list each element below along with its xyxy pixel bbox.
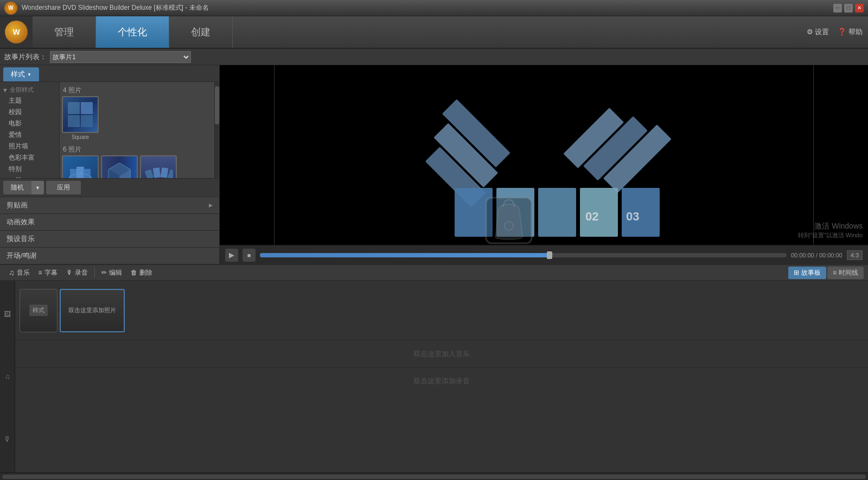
win-activate-text: 激活 Windows 转到"设置"以激活 Windo xyxy=(798,222,863,239)
timeline-area: 🖼 ♫ 🎙 样式 双击这里添加照片 xyxy=(0,281,868,480)
title-bar: W Wondershare DVD Slideshow Builder Delu… xyxy=(0,0,868,16)
tree-item-photowall[interactable]: 照片墙 xyxy=(0,141,59,152)
tree-item-colorful[interactable]: 色彩丰富 xyxy=(0,152,59,163)
svg-rect-6 xyxy=(76,167,84,178)
left-panel: 样式 ▼ ▼ 全部样式 主题 校园 电影 爱情 照片墙 色彩丰富 xyxy=(0,65,220,264)
tab-manage[interactable]: 管理 xyxy=(33,16,96,48)
menu-intro-outro[interactable]: 开场/鸣谢 xyxy=(0,248,219,264)
close-button[interactable]: ✕ xyxy=(855,4,864,12)
add-music-text[interactable]: 双击这里加入音乐 xyxy=(413,349,470,359)
voice-track: 双击这里添加录音 xyxy=(15,368,868,395)
random-btn-group: 随机 ▼ xyxy=(3,181,44,194)
toolbar-music[interactable]: ♫ 音乐 xyxy=(4,267,34,279)
grid-area-wrapper: 4 照片 xyxy=(60,82,219,178)
grid-row-6photos: Carousel xyxy=(62,155,212,178)
toolbar-delete[interactable]: 🗑 删除 xyxy=(126,267,157,279)
random-button[interactable]: 随机 xyxy=(3,181,31,194)
v-divider-left xyxy=(274,65,275,245)
v-divider-right xyxy=(813,65,814,245)
toolbar-edit[interactable]: ✏ 编辑 xyxy=(97,267,126,279)
nav-settings: ⚙ 设置 ❓ 帮助 xyxy=(807,27,863,37)
apply-button[interactable]: 应用 xyxy=(46,181,81,194)
minimize-button[interactable]: ─ xyxy=(833,4,842,12)
styles-area: ▼ 全部样式 主题 校园 电影 爱情 照片墙 色彩丰富 特别 一般 字幕 3D风… xyxy=(0,82,219,178)
playback-bar: ▶ ■ 00:00:00 / 00:00:00 4:3 xyxy=(220,245,868,264)
storyboard-view-btn[interactable]: ⊞ 故事板 xyxy=(788,267,826,279)
help-button[interactable]: ❓ 帮助 xyxy=(838,27,863,37)
add-voice-text[interactable]: 双击这里添加录音 xyxy=(413,376,470,386)
stop-button[interactable]: ■ xyxy=(242,249,256,262)
top-nav: W 管理 个性化 创建 ⚙ 设置 ❓ 帮助 xyxy=(0,16,868,49)
svg-rect-14 xyxy=(161,167,168,178)
svg-rect-1 xyxy=(81,102,93,114)
two-column-layout: 样式 ▼ ▼ 全部样式 主题 校园 电影 爱情 照片墙 色彩丰富 xyxy=(0,65,868,264)
story-list-label: 故事片列表： xyxy=(4,52,47,62)
h-scroll-track[interactable] xyxy=(2,475,866,479)
svg-rect-5 xyxy=(70,169,78,178)
menu-clipart[interactable]: 剪贴画 ▶ xyxy=(0,197,219,214)
thumb-carousel[interactable]: Carousel xyxy=(62,155,99,178)
timeline-photos-icon[interactable]: 🖼 xyxy=(4,310,11,318)
styles-tab[interactable]: 样式 ▼ xyxy=(3,67,39,81)
tree-item-love[interactable]: 爱情 xyxy=(0,129,59,141)
thumb-unfolding[interactable]: Unfolding xyxy=(140,155,177,178)
style-block[interactable]: 样式 xyxy=(20,289,58,332)
timeline-music-icon[interactable]: ♫ xyxy=(5,372,10,381)
styles-scrollbar[interactable] xyxy=(214,82,219,178)
svg-rect-3 xyxy=(81,115,93,127)
timeline-view-btn[interactable]: ≡ 时间线 xyxy=(827,267,864,279)
timeline-scrollbar[interactable] xyxy=(0,472,868,480)
menu-animation[interactable]: 动画效果 xyxy=(0,214,219,231)
settings-button[interactable]: ⚙ 设置 xyxy=(807,27,829,37)
window-controls[interactable]: ─ □ ✕ xyxy=(833,4,864,12)
tree-group-all-styles: ▼ 全部样式 xyxy=(0,84,59,95)
app-logo: W xyxy=(4,2,17,15)
timeline-voice-icon[interactable]: 🎙 xyxy=(4,435,11,443)
styles-tree: ▼ 全部样式 主题 校园 电影 爱情 照片墙 色彩丰富 特别 一般 字幕 3D风… xyxy=(0,82,60,178)
timeline-tracks: 🖼 ♫ 🎙 样式 双击这里添加照片 xyxy=(0,281,868,472)
add-photo-text: 双击这里添加照片 xyxy=(68,306,116,314)
tree-item-campus[interactable]: 校园 xyxy=(0,106,59,118)
svg-rect-7 xyxy=(83,169,91,178)
toolbar-subtitle[interactable]: ≡ 字幕 xyxy=(34,267,62,279)
tab-personalize[interactable]: 个性化 xyxy=(96,16,169,48)
panel-tab-row: 样式 ▼ xyxy=(0,65,219,82)
menu-preset-music[interactable]: 预设音乐 xyxy=(0,231,219,248)
scrollbar-thumb[interactable] xyxy=(215,86,219,124)
tree-item-theme[interactable]: 主题 xyxy=(0,95,59,106)
music-icon: ♫ xyxy=(9,268,15,277)
main-container: 故事片列表： 故事片1 样式 ▼ ▼ 全部样式 xyxy=(0,49,868,480)
thumb-square[interactable]: Square xyxy=(62,96,99,140)
tab-create[interactable]: 创建 xyxy=(169,16,233,48)
tree-item-film[interactable]: 电影 xyxy=(0,118,59,129)
photos-track: 样式 双击这里添加照片 xyxy=(15,281,868,340)
thumb-cube[interactable]: Cube xyxy=(101,155,138,178)
tree-all-styles-label[interactable]: 全部样式 xyxy=(10,86,34,94)
collage-svg: 03 02 anxz.com 安 卓 族 xyxy=(376,65,712,245)
add-photo-slot[interactable]: 双击这里添加照片 xyxy=(60,289,125,332)
preview-canvas: 03 02 anxz.com 安 卓 族 xyxy=(220,65,868,245)
playback-time: 00:00:00 / 00:00:00 xyxy=(791,252,843,258)
tree-group-arrow: ▼ xyxy=(2,87,8,93)
toolbar-record[interactable]: 🎙 录音 xyxy=(62,267,92,279)
random-dropdown-arrow[interactable]: ▼ xyxy=(31,181,44,194)
styles-tab-arrow: ▼ xyxy=(27,72,31,77)
svg-text:02: 02 xyxy=(585,210,598,223)
section-label-6photos: 6 照片 xyxy=(62,143,212,155)
progress-bar[interactable] xyxy=(260,253,787,257)
edit-icon: ✏ xyxy=(101,269,107,276)
section-label-4photos: 4 照片 xyxy=(62,84,212,96)
tree-item-special[interactable]: 特别 xyxy=(0,163,59,175)
nav-logo: W xyxy=(0,16,33,48)
clipart-arrow: ▶ xyxy=(209,203,213,208)
svg-rect-0 xyxy=(68,102,80,114)
story-bar: 故事片列表： 故事片1 xyxy=(0,49,868,65)
svg-text:03: 03 xyxy=(626,210,639,223)
play-button[interactable]: ▶ xyxy=(225,249,238,262)
title-bar-left: W Wondershare DVD Slideshow Builder Delu… xyxy=(4,2,209,15)
maximize-button[interactable]: □ xyxy=(844,4,853,12)
progress-handle[interactable] xyxy=(547,251,552,259)
delete-icon: 🗑 xyxy=(131,269,137,276)
timeline-icon: ≡ xyxy=(833,269,837,276)
story-select[interactable]: 故事片1 xyxy=(50,51,191,63)
